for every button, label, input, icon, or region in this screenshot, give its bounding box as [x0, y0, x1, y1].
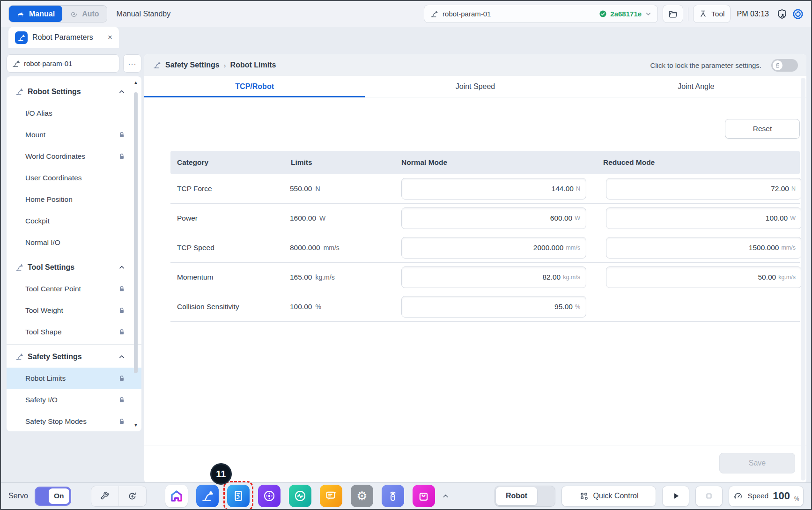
reduced-mode-input[interactable]: 1500.000mm/s — [606, 237, 802, 259]
reduced-mode-input[interactable]: 100.00W — [606, 207, 802, 229]
sidebar-item-normal-io[interactable]: Normal I/O — [7, 232, 141, 253]
normal-mode-input[interactable]: 600.00W — [401, 207, 586, 229]
servo-state: On — [49, 488, 69, 504]
store-app-button[interactable] — [413, 485, 435, 507]
settings-gear-icon: ⚙ — [356, 489, 367, 503]
normal-mode-input[interactable]: 144.00N — [401, 178, 586, 200]
sidebar-item-tool-shape[interactable]: Tool Shape — [7, 321, 141, 343]
speed-button[interactable]: Speed 100 % — [729, 486, 804, 507]
reduced-mode-input[interactable]: 72.00N — [606, 178, 802, 200]
sidebar-item-io-alias[interactable]: I/O Alias — [7, 103, 141, 124]
setup-wrench-button[interactable] — [91, 486, 118, 506]
reset-button[interactable]: Reset — [725, 119, 800, 139]
breadcrumb-section[interactable]: Safety Settings — [165, 61, 220, 69]
stop-button[interactable] — [695, 486, 723, 507]
monitoring-app-button[interactable] — [289, 485, 311, 507]
settings-app-button[interactable]: ⚙ — [351, 485, 373, 507]
chevron-up-icon[interactable] — [118, 264, 125, 271]
tab-title: Robot Parameters — [32, 33, 93, 42]
tool-label: Tool — [711, 10, 724, 18]
main-scrollbar[interactable] — [801, 78, 805, 480]
power-icon[interactable] — [792, 8, 804, 20]
tab-robot-parameters[interactable]: Robot Parameters × — [8, 27, 119, 48]
sidebar-item-world-coordinates[interactable]: World Coordinates — [7, 146, 141, 167]
quick-control-button[interactable]: Quick Control — [561, 486, 656, 507]
sidebar-scrollbar[interactable]: ▲ ▼ — [133, 79, 139, 429]
clock: PM 03:13 — [737, 10, 769, 18]
shield-user-icon[interactable] — [776, 8, 788, 20]
chevron-down-icon[interactable] — [645, 10, 652, 17]
scrollbar-thumb[interactable] — [134, 92, 138, 373]
quick-control-grid-icon — [579, 491, 589, 501]
tab-joint-speed[interactable]: Joint Speed — [365, 76, 585, 97]
lock-icon — [118, 307, 125, 314]
sidebar-item-mount[interactable]: Mount — [7, 124, 141, 146]
robot-simulator-toggle[interactable]: Robot — [495, 486, 555, 507]
sidebar-item-tool-center-point[interactable]: Tool Center Point — [7, 278, 141, 300]
param-name-field[interactable]: robot-param-01 — [7, 54, 119, 73]
sidebar-item-robot-limits[interactable]: Robot Limits — [7, 368, 141, 389]
sidebar-group-tool-settings[interactable]: Tool Settings — [7, 257, 141, 278]
reduced-mode-input[interactable]: 50.00kg.m/s — [606, 266, 802, 288]
normal-mode-input[interactable]: 2000.000mm/s — [401, 237, 586, 259]
sidebar-group-robot-settings[interactable]: Robot Settings — [7, 81, 141, 103]
table-row-tcp-speed: TCP Speed 8000.000mm/s 2000.000mm/s 1500… — [170, 233, 800, 263]
update-rotate-button[interactable] — [119, 486, 146, 506]
tab-close-icon[interactable]: × — [108, 33, 112, 42]
normal-mode-input[interactable]: 82.00kg.m/s — [401, 266, 586, 288]
open-file-button[interactable] — [663, 5, 683, 23]
tutorial-highlight-ring — [223, 481, 253, 510]
sidebar-item-cockpit[interactable]: Cockpit — [7, 210, 141, 232]
scroll-up-arrow[interactable]: ▲ — [134, 79, 138, 86]
top-bar: Manual Auto Manual Standby robot-param-0… — [1, 1, 811, 27]
limits-table: Category Limits Normal Mode Reduced Mode… — [170, 151, 800, 322]
col-category: Category — [170, 158, 290, 167]
sidebar-item-safety-io[interactable]: Safety I/O — [7, 389, 141, 411]
sidebar-item-home-position[interactable]: Home Position — [7, 189, 141, 210]
jog-dpad-icon — [263, 489, 276, 503]
auto-mode-button[interactable]: Auto — [62, 6, 106, 22]
more-options-button[interactable]: ··· — [123, 54, 141, 73]
log-app-button[interactable] — [320, 485, 342, 507]
dock-collapse-chevron-icon[interactable] — [442, 492, 450, 500]
robot-icon — [15, 88, 23, 96]
breadcrumb-separator: › — [224, 61, 226, 69]
robot-parameters-icon — [15, 31, 28, 44]
lock-icon — [118, 375, 125, 382]
sidebar-item-safety-stop-modes[interactable]: Safety Stop Modes — [7, 411, 141, 431]
remote-app-button[interactable] — [382, 485, 404, 507]
lock-icon — [118, 418, 125, 425]
monitoring-pulse-icon — [294, 489, 307, 503]
program-app-button[interactable]: 11 — [227, 485, 250, 507]
tab-tcp-robot[interactable]: TCP/Robot — [144, 76, 365, 97]
scroll-down-arrow[interactable]: ▼ — [134, 422, 138, 429]
sidebar-item-user-coordinates[interactable]: User Coordinates — [7, 167, 141, 189]
speedometer-icon — [733, 491, 743, 501]
sidebar-item-tool-weight[interactable]: Tool Weight — [7, 300, 141, 321]
sidebar-group-safety-settings[interactable]: Safety Settings — [7, 346, 141, 368]
parameter-file-selector[interactable]: robot-param-01 2a68171e — [424, 5, 658, 23]
commit-hash: 2a68171e — [610, 10, 642, 18]
tab-joint-angle[interactable]: Joint Angle — [586, 76, 806, 97]
chevron-up-icon[interactable] — [118, 88, 125, 96]
mode-switch: Manual Auto — [8, 5, 107, 22]
parameter-lock-toggle[interactable] — [771, 59, 798, 72]
jog-app-button[interactable] — [258, 485, 281, 507]
table-row-tcp-force: TCP Force 550.00N 144.00N 72.00N — [170, 174, 800, 204]
bottom-dock: Servo On 11 — [1, 482, 811, 509]
servo-toggle[interactable]: On — [35, 487, 71, 506]
manual-mode-button[interactable]: Manual — [9, 6, 62, 22]
robot-icon — [430, 10, 438, 18]
normal-mode-input[interactable]: 95.00% — [401, 296, 586, 318]
tool-button[interactable]: Tool — [693, 5, 730, 23]
chevron-up-icon[interactable] — [118, 353, 125, 361]
robot-params-app-button[interactable] — [196, 485, 219, 507]
store-bag-icon — [417, 490, 430, 503]
settings-nav: Robot Settings I/O Alias Mount World Coo… — [7, 76, 141, 431]
divider — [7, 344, 141, 345]
home-app-button[interactable] — [165, 485, 188, 507]
manual-mode-label: Manual — [29, 10, 55, 18]
play-button[interactable] — [662, 486, 689, 507]
robot-icon — [201, 489, 214, 503]
save-button[interactable]: Save — [719, 453, 795, 473]
